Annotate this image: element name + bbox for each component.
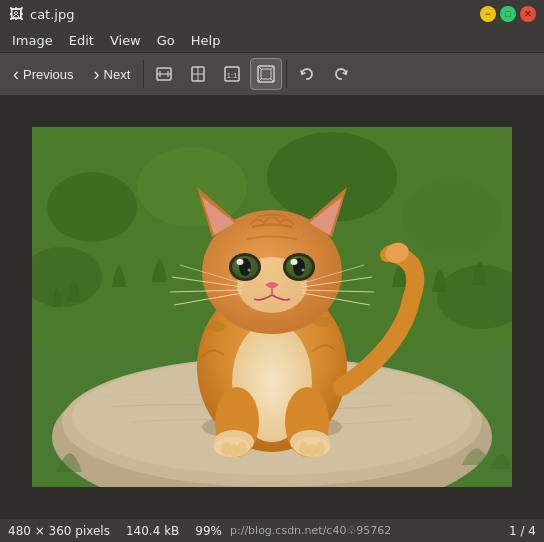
svg-point-35 xyxy=(237,442,247,456)
titlebar-left: 🖼 cat.jpg xyxy=(8,6,74,22)
minimize-button[interactable]: − xyxy=(480,6,496,22)
toolbar-separator-1 xyxy=(143,60,144,88)
rotate-right-icon xyxy=(332,65,350,83)
rotate-left-button[interactable] xyxy=(291,58,323,90)
svg-point-54 xyxy=(237,259,244,265)
next-button[interactable]: Next xyxy=(85,58,140,90)
svg-point-17 xyxy=(47,172,137,242)
menu-view[interactable]: View xyxy=(102,31,149,50)
status-dimensions: 480 × 360 pixels xyxy=(8,524,110,538)
menubar: Image Edit View Go Help xyxy=(0,28,544,52)
previous-button[interactable]: Previous xyxy=(4,58,83,90)
statusbar: 480 × 360 pixels 140.4 kB 99% p://blog.c… xyxy=(0,518,544,542)
menu-image[interactable]: Image xyxy=(4,31,61,50)
zoom-normal-button[interactable]: 1:1 xyxy=(216,58,248,90)
svg-point-20 xyxy=(402,179,502,255)
window-controls: − □ ✕ xyxy=(480,6,536,22)
svg-text:1:1: 1:1 xyxy=(227,71,239,80)
zoom-fit-width-icon xyxy=(155,65,173,83)
rotate-left-icon xyxy=(298,65,316,83)
toolbar: Previous Next 1:1 xyxy=(0,52,544,96)
maximize-button[interactable]: □ xyxy=(500,6,516,22)
zoom-fit-icon xyxy=(257,65,275,83)
image-area xyxy=(0,96,544,518)
zoom-fit-page-button[interactable] xyxy=(182,58,214,90)
zoom-fit-page-icon xyxy=(189,65,207,83)
svg-point-40 xyxy=(315,442,325,456)
cat-image xyxy=(32,127,512,487)
next-label: Next xyxy=(104,67,131,82)
menu-edit[interactable]: Edit xyxy=(61,31,102,50)
titlebar: 🖼 cat.jpg − □ ✕ xyxy=(0,0,544,28)
menu-go[interactable]: Go xyxy=(149,31,183,50)
svg-rect-10 xyxy=(261,69,271,79)
zoom-normal-icon: 1:1 xyxy=(223,65,241,83)
svg-point-56 xyxy=(248,269,251,272)
arrow-left-icon xyxy=(13,65,19,83)
close-button[interactable]: ✕ xyxy=(520,6,536,22)
svg-point-55 xyxy=(291,259,298,265)
svg-line-13 xyxy=(259,78,262,81)
previous-label: Previous xyxy=(23,67,74,82)
status-watermark: p://blog.csdn.net/c40♧95762 xyxy=(230,524,391,537)
app-icon: 🖼 xyxy=(8,6,24,22)
toolbar-separator-2 xyxy=(286,60,287,88)
svg-point-57 xyxy=(302,269,305,272)
svg-line-11 xyxy=(259,67,262,70)
svg-line-12 xyxy=(270,67,273,70)
cat-illustration xyxy=(32,127,512,487)
status-filesize: 140.4 kB xyxy=(126,524,179,538)
status-page: 1 / 4 xyxy=(509,524,536,538)
svg-line-14 xyxy=(270,78,273,81)
svg-point-18 xyxy=(137,147,247,227)
window-title: cat.jpg xyxy=(30,7,74,22)
menu-help[interactable]: Help xyxy=(183,31,229,50)
status-zoom: 99% xyxy=(195,524,222,538)
arrow-right-icon xyxy=(94,65,100,83)
zoom-fit-button[interactable] xyxy=(250,58,282,90)
zoom-fit-width-button[interactable] xyxy=(148,58,180,90)
rotate-right-button[interactable] xyxy=(325,58,357,90)
